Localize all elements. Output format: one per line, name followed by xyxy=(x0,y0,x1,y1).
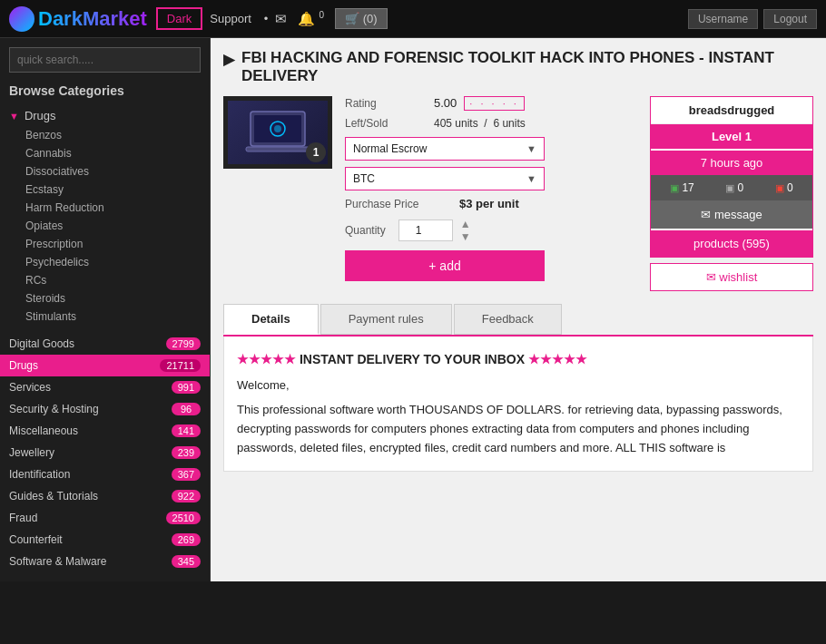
laptop-svg xyxy=(241,108,314,158)
main-category-list: Digital Goods 2799 Drugs 21711 Services … xyxy=(0,333,210,572)
search-input[interactable] xyxy=(9,47,201,73)
escrow-select-wrap: Normal Escrow ▼ xyxy=(345,137,637,161)
badge-fraud: 2510 xyxy=(166,512,201,524)
sidebar-item-security[interactable]: Security & Hosting 96 xyxy=(0,398,210,420)
seller-name: breadsdrugged xyxy=(651,97,812,124)
sidebar-item-psychedelics[interactable]: Psychedelics xyxy=(0,253,210,271)
drugs-subcategories: Benzos Cannabis Dissociatives Ecstasy Ha… xyxy=(0,126,210,326)
sidebar-item-misc[interactable]: Miscellaneous 141 xyxy=(0,420,210,442)
sidebar-item-benzos[interactable]: Benzos xyxy=(0,126,210,144)
stat-red-icon: ▣ xyxy=(775,182,784,194)
seller-level: Level 1 xyxy=(651,124,812,149)
username-button[interactable]: Username xyxy=(688,9,758,29)
drugs-category[interactable]: ▼ Drugs xyxy=(0,105,210,126)
sidebar-item-guides[interactable]: Guides & Tutorials 922 xyxy=(0,485,210,507)
add-button[interactable]: + add xyxy=(345,250,545,281)
cart-button[interactable]: 🛒 (0) xyxy=(335,8,388,29)
sidebar-item-opiates[interactable]: Opiates xyxy=(0,217,210,235)
stat-neutral-value: 0 xyxy=(737,181,743,194)
sidebar-item-prescription[interactable]: Prescription xyxy=(0,235,210,253)
purchase-label: Purchase Price xyxy=(345,198,445,210)
seller-time: 7 hours ago xyxy=(651,149,812,175)
sidebar-label-fraud: Fraud xyxy=(9,512,37,524)
product-title-text: FBI HACKING AND FORENSIC TOOLKIT HACK IN… xyxy=(241,49,813,85)
badge-services: 991 xyxy=(172,381,201,394)
qty-row: Quantity ▲▼ xyxy=(345,218,637,243)
stat-green-icon: ▣ xyxy=(670,182,679,194)
sidebar-item-cannabis[interactable]: Cannabis xyxy=(0,144,210,162)
sidebar-label-counterfeit: Counterfeit xyxy=(9,533,63,546)
sidebar: Browse Categories ▼ Drugs Benzos Cannabi… xyxy=(0,38,211,581)
sidebar-item-jewellery[interactable]: Jewellery 239 xyxy=(0,442,210,463)
dark-button[interactable]: Dark xyxy=(156,7,202,30)
badge-counterfeit: 269 xyxy=(172,533,201,546)
mail-icon[interactable]: ✉ xyxy=(275,11,287,27)
badge-security: 96 xyxy=(172,403,201,415)
sidebar-label-security: Security & Hosting xyxy=(9,403,99,415)
currency-select[interactable]: BTC xyxy=(345,167,545,190)
image-badge: 1 xyxy=(306,142,326,162)
sidebar-item-fraud[interactable]: Fraud 2510 xyxy=(0,507,210,529)
message-button[interactable]: ✉ message xyxy=(651,200,812,229)
support-link[interactable]: Support xyxy=(210,12,251,25)
sidebar-item-identification[interactable]: Identification 367 xyxy=(0,463,210,485)
sidebar-label-guides: Guides & Tutorials xyxy=(9,490,98,503)
svg-rect-4 xyxy=(246,147,310,151)
product-meta-col: Rating 5.00 · · · · · Left/Sold 405 unit… xyxy=(345,96,637,291)
sidebar-item-software[interactable]: Software & Malware 345 xyxy=(0,551,210,572)
desc-stars-after: ★★★★★ xyxy=(528,352,587,366)
stat-neg-value: 0 xyxy=(787,181,793,194)
desc-welcome: Welcome, xyxy=(237,376,800,395)
badge-guides: 922 xyxy=(172,490,201,503)
purchase-price: $3 per unit xyxy=(459,197,519,210)
user-buttons: Username Logout xyxy=(688,9,817,29)
sidebar-item-stimulants[interactable]: Stimulants xyxy=(0,307,210,326)
badge-software: 345 xyxy=(172,555,201,568)
sidebar-item-steroids[interactable]: Steroids xyxy=(0,289,210,307)
sidebar-item-harm-reduction[interactable]: Harm Reduction xyxy=(0,199,210,217)
wishlist-button[interactable]: ✉ wishlist xyxy=(650,263,813,291)
logo-text: DarkMarket xyxy=(38,7,147,31)
sidebar-label-drugs: Drugs xyxy=(9,359,38,372)
qty-input[interactable] xyxy=(398,220,453,241)
sidebar-item-dissociatives[interactable]: Dissociatives xyxy=(0,162,210,181)
seller-card: breadsdrugged Level 1 7 hours ago ▣ 17 ▣… xyxy=(650,96,813,258)
sidebar-item-counterfeit[interactable]: Counterfeit 269 xyxy=(0,529,210,551)
description-panel: ★★★★★ INSTANT DELIVERY TO YOUR INBOX ★★★… xyxy=(223,337,813,472)
leftsold-row: Left/Sold 405 units / 6 units xyxy=(345,117,637,130)
logout-button[interactable]: Logout xyxy=(763,9,817,29)
sidebar-item-digital-goods[interactable]: Digital Goods 2799 xyxy=(0,333,210,355)
svg-point-3 xyxy=(274,125,281,132)
badge-drugs: 21711 xyxy=(160,359,201,372)
tab-feedback[interactable]: Feedback xyxy=(454,304,562,335)
desc-delivery-text: INSTANT DELIVERY TO YOUR INBOX xyxy=(300,352,525,366)
sidebar-item-rcs[interactable]: RCs xyxy=(0,271,210,289)
rating-value: 5.00 xyxy=(434,96,457,110)
products-button[interactable]: products (595) xyxy=(651,230,812,257)
sidebar-label-services: Services xyxy=(9,381,51,394)
logo-image xyxy=(9,6,34,32)
search-box xyxy=(9,47,201,73)
units-left: 405 units xyxy=(434,117,478,130)
browse-title: Browse Categories xyxy=(0,83,210,105)
bell-icon[interactable]: 🔔 0 xyxy=(298,10,324,27)
tab-details[interactable]: Details xyxy=(223,304,319,335)
rating-row: Rating 5.00 · · · · · xyxy=(345,96,637,110)
purchase-row: Purchase Price $3 per unit xyxy=(345,197,637,210)
currency-select-wrap: BTC ▼ xyxy=(345,167,637,190)
escrow-select[interactable]: Normal Escrow xyxy=(345,137,545,161)
rating-label: Rating xyxy=(345,97,427,110)
sidebar-label-digital-goods: Digital Goods xyxy=(9,337,74,350)
nav-dot: • xyxy=(264,12,269,25)
tab-payment-rules[interactable]: Payment rules xyxy=(320,304,452,335)
sidebar-item-ecstasy[interactable]: Ecstasy xyxy=(0,181,210,199)
sidebar-item-drugs[interactable]: Drugs 21711 xyxy=(0,355,210,376)
sidebar-item-services[interactable]: Services 991 xyxy=(0,376,210,398)
badge-identification: 367 xyxy=(172,468,201,481)
stat-pos-value: 17 xyxy=(682,181,693,194)
sidebar-label-misc: Miscellaneous xyxy=(9,424,78,437)
stat-neutral-item: ▣ 0 xyxy=(725,181,743,194)
qty-stepper[interactable]: ▲▼ xyxy=(460,218,471,243)
seller-col: breadsdrugged Level 1 7 hours ago ▣ 17 ▣… xyxy=(650,96,813,291)
seller-stats: ▣ 17 ▣ 0 ▣ 0 xyxy=(651,175,812,200)
